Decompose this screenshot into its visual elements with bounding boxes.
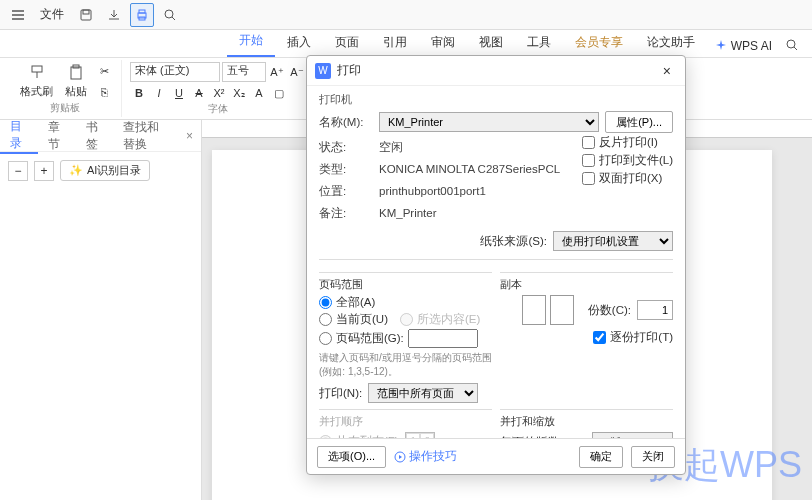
printer-section-title: 打印机 [319, 92, 673, 107]
tab-page[interactable]: 页面 [323, 28, 371, 57]
paper-source-select[interactable]: 使用打印机设置 [553, 231, 673, 251]
status-value: 空闲 [379, 140, 403, 155]
print-icon[interactable] [130, 3, 154, 27]
nav-tab-find[interactable]: 查找和替换 [113, 119, 178, 153]
print-what-select[interactable]: 范围中所有页面 [368, 383, 478, 403]
clipboard-label: 剪贴板 [50, 101, 80, 115]
brush-icon [28, 64, 46, 82]
range-hint: 请键入页码和/或用逗号分隔的页码范围(例如: 1,3,5-12)。 [319, 351, 492, 379]
font-size-select[interactable]: 五号 [222, 62, 266, 82]
tab-insert[interactable]: 插入 [275, 28, 323, 57]
tab-review[interactable]: 审阅 [419, 28, 467, 57]
collate-checkbox[interactable]: 逐份打印(T) [593, 330, 673, 345]
export-icon[interactable] [102, 3, 126, 27]
tab-member[interactable]: 会员专享 [563, 28, 635, 57]
strike-button[interactable]: A [190, 84, 208, 102]
tips-link[interactable]: 操作技巧 [394, 448, 457, 465]
print-order-section: 并打顺序 从左到右(F) 从上到下(B) 重复(R) 123456 [319, 409, 492, 438]
tab-tools[interactable]: 工具 [515, 28, 563, 57]
dialog-close-icon[interactable]: × [657, 61, 677, 81]
wps-ai-button[interactable]: WPS AI [707, 35, 780, 57]
underline-button[interactable]: U [170, 84, 188, 102]
range-current-radio[interactable]: 当前页(U) [319, 312, 388, 327]
tab-start[interactable]: 开始 [227, 26, 275, 57]
menu-icon[interactable] [6, 3, 30, 27]
dialog-footer: 选项(O)... 操作技巧 确定 关闭 [307, 438, 685, 474]
paste-button[interactable]: 粘贴 [61, 62, 91, 101]
range-pages-input[interactable] [408, 329, 478, 348]
svg-rect-8 [71, 67, 81, 79]
decrease-font-icon[interactable]: A⁻ [288, 63, 306, 81]
range-all-radio[interactable]: 全部(A) [319, 295, 492, 310]
range-title: 页码范围 [319, 277, 492, 292]
search-icon[interactable] [780, 33, 804, 57]
save-icon[interactable] [74, 3, 98, 27]
file-menu[interactable]: 文件 [34, 2, 70, 27]
svg-point-6 [787, 40, 795, 48]
nav-tab-toc[interactable]: 目录 [0, 118, 38, 154]
range-pages-radio[interactable]: 页码范围(G): [319, 329, 492, 348]
font-color-button[interactable]: A [250, 84, 268, 102]
tab-thesis[interactable]: 论文助手 [635, 28, 707, 57]
reverse-print-checkbox[interactable]: 反片打印(I) [582, 135, 673, 150]
collate-illustration [522, 295, 574, 325]
ok-button[interactable]: 确定 [579, 446, 623, 468]
copies-label: 份数(C): [588, 303, 631, 318]
bold-button[interactable]: B [130, 84, 148, 102]
dialog-title: 打印 [337, 62, 361, 79]
ai-ocr-toc-button[interactable]: ✨ AI识别目录 [60, 160, 150, 181]
font-label: 字体 [208, 102, 228, 116]
comment-label: 备注: [319, 206, 373, 221]
superscript-button[interactable]: X² [210, 84, 228, 102]
wand-icon: ✨ [69, 164, 83, 177]
svg-rect-3 [139, 10, 145, 13]
top-menubar: 文件 [0, 0, 812, 30]
dialog-body: 打印机 名称(M): KM_Printer 属性(P)... 状态:空闲 类型:… [307, 86, 685, 438]
print-dialog: W 打印 × 打印机 名称(M): KM_Printer 属性(P)... 状态… [306, 55, 686, 475]
nav-plus-button[interactable]: + [34, 161, 54, 181]
copies-section: 副本 份数(C): 逐份打印(T) [500, 272, 673, 379]
preview-icon[interactable] [158, 3, 182, 27]
svg-rect-1 [83, 10, 89, 14]
nav-tab-bookmark[interactable]: 书签 [76, 119, 114, 153]
dialog-titlebar: W 打印 × [307, 56, 685, 86]
cut-icon[interactable]: ✂ [95, 63, 113, 81]
clipboard-icon [67, 64, 85, 82]
printer-section: 打印机 名称(M): KM_Printer 属性(P)... 状态:空闲 类型:… [319, 92, 673, 260]
font-name-select[interactable]: 宋体 (正文) [130, 62, 220, 82]
left-nav-panel: 目录 章节 书签 查找和替换 × − + ✨ AI识别目录 [0, 120, 202, 500]
tab-reference[interactable]: 引用 [371, 28, 419, 57]
comment-value: KM_Printer [379, 207, 437, 219]
font-group: 宋体 (正文) 五号 A⁺ A⁻ B I U A X² X₂ A ▢ 字体 [122, 60, 315, 117]
italic-button[interactable]: I [150, 84, 168, 102]
nav-minus-button[interactable]: − [8, 161, 28, 181]
nav-tab-chapter[interactable]: 章节 [38, 119, 76, 153]
copies-input[interactable] [637, 300, 673, 320]
nav-close-icon[interactable]: × [178, 129, 201, 143]
subscript-button[interactable]: X₂ [230, 84, 248, 102]
close-button[interactable]: 关闭 [631, 446, 675, 468]
highlight-button[interactable]: ▢ [270, 84, 288, 102]
options-button[interactable]: 选项(O)... [317, 446, 386, 468]
format-painter-button[interactable]: 格式刷 [16, 62, 57, 101]
sparkle-icon [715, 40, 727, 52]
range-selection-radio: 所选内容(E) [400, 312, 480, 327]
paper-source-label: 纸张来源(S): [480, 234, 547, 249]
play-icon [394, 451, 406, 463]
ribbon-tabs: 开始 插入 页面 引用 审阅 视图 工具 会员专享 论文助手 WPS AI [0, 30, 812, 58]
type-value: KONICA MINOLTA C287SeriesPCL [379, 163, 560, 175]
increase-font-icon[interactable]: A⁺ [268, 63, 286, 81]
type-label: 类型: [319, 162, 373, 177]
duplex-checkbox[interactable]: 双面打印(X) [582, 171, 673, 186]
app-w-icon: W [315, 63, 331, 79]
nav-toolbar: − + ✨ AI识别目录 [0, 152, 201, 189]
page-range-section: 页码范围 全部(A) 当前页(U) 所选内容(E) 页码范围(G): 请键入页码… [319, 272, 492, 379]
tab-view[interactable]: 视图 [467, 28, 515, 57]
copies-title: 副本 [500, 277, 673, 292]
scale-section: 并打和缩放 每页的版数(H):1 版 按纸型缩放(Z):无缩放 并打时绘制分隔线… [500, 409, 673, 438]
print-to-file-checkbox[interactable]: 打印到文件(L) [582, 153, 673, 168]
svg-rect-7 [32, 66, 42, 72]
properties-button[interactable]: 属性(P)... [605, 111, 673, 133]
printer-name-select[interactable]: KM_Printer [379, 112, 599, 132]
copy-icon[interactable]: ⎘ [95, 83, 113, 101]
